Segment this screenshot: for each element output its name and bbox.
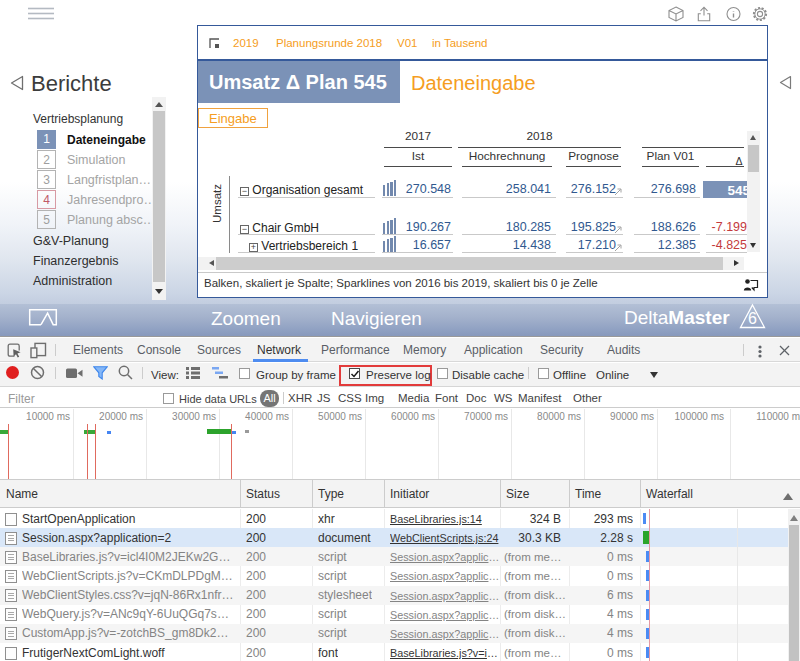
svg-text:6: 6 bbox=[748, 310, 757, 327]
